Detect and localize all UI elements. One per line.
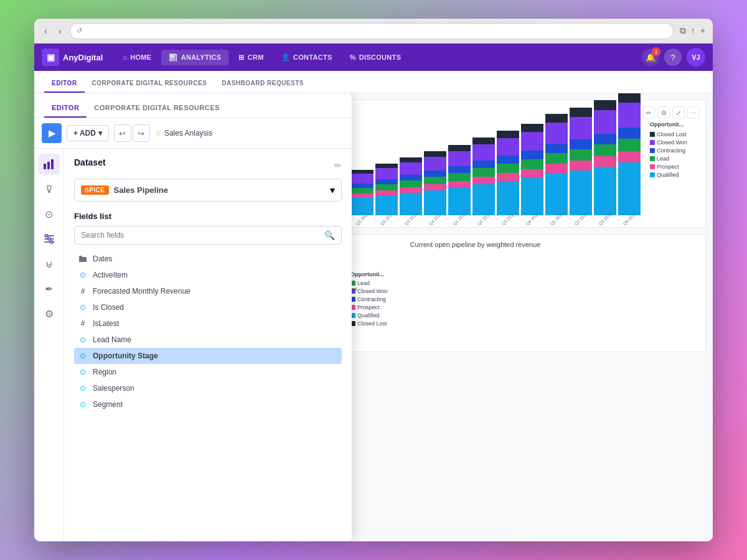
discounts-icon: %: [350, 54, 356, 61]
fg-dim-icon-6: ⊙: [78, 383, 88, 393]
donut-legend-title: Opportunit...: [350, 271, 406, 278]
nav-analytics[interactable]: 📊 ANALYTICS: [161, 50, 228, 65]
nav-home[interactable]: ⌂ HOME: [115, 50, 159, 65]
main-tab-bar: EDITOR CORPORATE DIGITAL RESOURCES DASHB…: [34, 71, 713, 93]
more-visual-icon[interactable]: ⋯: [687, 106, 700, 119]
fg-hash-icon-2: #: [78, 319, 88, 329]
fg-edit-icon[interactable]: ✏: [334, 161, 342, 170]
tab-dashboard[interactable]: DASHBOARD REQUESTS: [214, 75, 311, 93]
top-nav: ▣ AnyDigital ⌂ HOME 📊 ANALYTICS ⊞ CRM: [34, 44, 713, 71]
fg-dim-icon-5: ⊙: [78, 367, 88, 377]
bar-chart-title: Opportunit...: [650, 121, 700, 128]
settings-visual-icon[interactable]: ⚙: [657, 106, 670, 119]
fg-dataset-selector[interactable]: SPICE Sales Pipeline ▾: [74, 179, 342, 202]
fg-star-icon: ☆: [155, 129, 162, 138]
fg-sidebar-target-icon[interactable]: ⊎: [39, 253, 60, 274]
app-name: AnyDigital: [63, 53, 103, 62]
svg-point-17: [45, 235, 48, 237]
fg-search-wrap: 🔍: [74, 226, 342, 245]
fg-dim-icon-7: ⊙: [78, 399, 88, 409]
crm-icon: ⊞: [238, 54, 244, 62]
svg-point-19: [50, 241, 53, 243]
logo-box: ▣: [42, 49, 59, 66]
fg-search-icon: 🔍: [324, 230, 335, 240]
help-btn[interactable]: ?: [664, 49, 682, 66]
fg-field-leadname[interactable]: ⊙ Lead Name: [74, 332, 342, 348]
nav-items: ⌂ HOME 📊 ANALYTICS ⊞ CRM 👤 CONTACTS %: [115, 50, 642, 65]
new-tab-icon[interactable]: +: [700, 26, 705, 36]
logo-area: ▣ AnyDigital: [42, 49, 103, 66]
svg-rect-13: [51, 159, 54, 169]
browser-toolbar: ‹ › ↺ ⧉ ↑ +: [34, 19, 713, 44]
fg-redo-btn[interactable]: ↪: [133, 124, 150, 142]
fg-field-isclosed[interactable]: ⊙ Is Closed: [74, 299, 342, 315]
fg-undo-btn[interactable]: ↩: [114, 124, 131, 142]
fg-field-segment[interactable]: ⊙ Segment: [74, 396, 342, 413]
fg-spice-badge: SPICE: [81, 185, 109, 195]
fg-dim-icon-2: ⊙: [78, 302, 88, 312]
nav-right: 🔔 1 ? VJ: [642, 48, 705, 67]
fg-dataset-title: Dataset: [74, 157, 106, 167]
fg-title: Sales Anlaysis: [164, 129, 212, 138]
notifications-btn[interactable]: 🔔 1: [642, 49, 659, 66]
main-content: ⊽ ⊙ ⊞ ▶ + ADD▾ ↩ ↪: [34, 93, 713, 541]
fg-dim-icon-3: ⊙: [78, 335, 88, 345]
fg-field-islatest[interactable]: # IsLatest: [74, 315, 342, 332]
copy-icon[interactable]: ⧉: [680, 26, 686, 36]
fg-dropdown-icon: ▾: [330, 184, 335, 196]
fg-sidebar-sliders-icon[interactable]: [39, 228, 60, 250]
edit-visual-icon[interactable]: ✏: [642, 106, 655, 119]
address-bar[interactable]: ↺: [70, 23, 673, 39]
nav-discounts[interactable]: % DISCOUNTS: [342, 50, 409, 65]
tab-editor[interactable]: EDITOR: [44, 75, 85, 93]
notification-badge: 1: [652, 47, 660, 56]
browser-chrome: ‹ › ↺ ⧉ ↑ + ▣ AnyDigital ⌂ HOME: [34, 19, 713, 541]
fg-field-region[interactable]: ⊙ Region: [74, 364, 342, 380]
fg-field-oppstage[interactable]: ⊙ Opportunity Stage: [74, 348, 342, 364]
bar-chart-legend: Closed Lost Closed Won Contracting Lead …: [650, 131, 700, 178]
fg-logo: ▶: [42, 123, 62, 143]
fg-toolbar: ▶ + ADD ▾ ↩ ↪ ☆ Sales Anlaysis: [34, 118, 352, 149]
tab-corporate[interactable]: CORPORATE DIGITAL RESOURCES: [85, 75, 215, 93]
fg-field-forecasted[interactable]: # Forecasted Monthly Revenue: [74, 283, 342, 299]
browser-forward[interactable]: ›: [56, 25, 64, 37]
browser-back[interactable]: ‹: [42, 25, 50, 37]
nav-contacts[interactable]: 👤 CONTACTS: [274, 50, 340, 65]
nav-crm[interactable]: ⊞ CRM: [231, 50, 271, 65]
share-icon[interactable]: ↑: [691, 26, 695, 36]
fg-sidebar: ⊽ ⊙ ⊎: [34, 149, 64, 541]
fg-sidebar-filter-icon[interactable]: ⊽: [39, 179, 60, 200]
fg-field-salesperson[interactable]: ⊙ Salesperson: [74, 380, 342, 396]
fg-search-input[interactable]: [81, 231, 319, 240]
fg-dim-icon-1: ⊙: [78, 270, 88, 280]
logo-icon: ▣: [47, 52, 55, 62]
donut-legend: Lead Closed Won Contracting Prospect Qua…: [350, 280, 406, 327]
fg-dataset-name: Sales Pipeline: [114, 185, 325, 195]
fg-hash-icon-1: #: [78, 286, 88, 296]
fg-sidebar-chart-icon[interactable]: [39, 154, 60, 175]
fg-tab-editor[interactable]: EDITOR: [44, 99, 87, 118]
fg-content: Dataset ✏ SPICE Sales Pipeline ▾ Fields …: [64, 149, 352, 541]
fg-sidebar-pin-icon[interactable]: ⊙: [39, 203, 60, 225]
fg-add-btn[interactable]: + ADD ▾: [67, 125, 109, 141]
fg-tab-bar: EDITOR CORPORATE DIGITAL RESOURCES: [34, 93, 352, 118]
contacts-icon: 👤: [281, 54, 290, 62]
fg-sidebar-brush-icon[interactable]: ✒: [39, 278, 60, 299]
analytics-icon: 📊: [169, 54, 177, 62]
fg-field-dates[interactable]: Dates: [74, 251, 342, 267]
home-icon: ⌂: [123, 54, 127, 61]
svg-point-18: [48, 238, 50, 240]
fg-fields-title: Fields list: [74, 212, 342, 221]
app-container: ▣ AnyDigital ⌂ HOME 📊 ANALYTICS ⊞ CRM: [34, 44, 713, 541]
user-avatar[interactable]: VJ: [687, 48, 705, 67]
foreground-panel: EDITOR CORPORATE DIGITAL RESOURCES ▶ + A…: [34, 93, 352, 541]
fg-sidebar-settings-icon[interactable]: ⚙: [39, 303, 60, 324]
svg-rect-11: [44, 164, 46, 169]
fg-title-tab: ☆ Sales Anlaysis: [155, 129, 344, 138]
svg-rect-12: [47, 162, 50, 169]
expand-visual-icon[interactable]: ⤢: [672, 106, 685, 119]
fg-field-activeitem[interactable]: ⊙ ActiveItem: [74, 267, 342, 283]
browser-right-actions: ⧉ ↑ +: [680, 26, 705, 36]
fg-tab-corporate[interactable]: CORPORATE DIGITAL RESOURCES: [87, 99, 227, 118]
fg-body: ⊽ ⊙ ⊎: [34, 149, 352, 541]
